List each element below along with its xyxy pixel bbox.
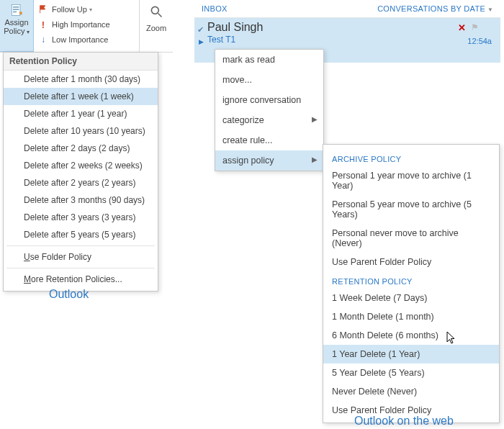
chevron-down-icon: ▼ — [487, 6, 493, 13]
assign-policy-label-1: Assign — [4, 18, 28, 27]
archive-policy-header: ARCHIVE POLICY — [323, 149, 499, 166]
archive-policy-item[interactable]: Personal 1 year move to archive (1 Year) — [323, 166, 499, 195]
message-time: 12:54a — [467, 37, 492, 45]
retention-policy-item[interactable]: 1 Week Delete (7 Days) — [323, 289, 499, 307]
svg-point-4 — [151, 6, 158, 14]
delete-icon[interactable]: ✕ — [458, 22, 466, 33]
assign-policy-submenu: ARCHIVE POLICY Personal 1 year move to a… — [323, 144, 500, 423]
retention-item[interactable]: Delete after 10 years (10 years) — [4, 122, 158, 140]
assign-policy-button[interactable]: Assign Policy ▾ — [0, 0, 34, 52]
outlook-panel: Assign Policy ▾ Follow Up ▾ ! High Impor… — [0, 0, 173, 53]
svg-rect-3 — [13, 12, 17, 13]
expand-icon[interactable]: ▶ — [199, 38, 204, 45]
retention-item[interactable]: Delete after 1 month (30 days) — [4, 71, 158, 88]
ribbon-mid-group: Follow Up ▾ ! High Importance ↓ Low Impo… — [34, 0, 140, 52]
flag-icon — [38, 4, 48, 14]
retention-item[interactable]: Delete after 2 days (2 days) — [4, 140, 158, 157]
menu-separator — [6, 268, 155, 268]
outlook-caption: Outlook — [49, 288, 89, 301]
message-subject: Test T1 — [207, 35, 493, 45]
chevron-down-icon: ▾ — [89, 6, 92, 13]
retention-policy-item[interactable]: 5 Year Delete (5 Years) — [323, 363, 499, 382]
zoom-button[interactable]: Zoom — [140, 0, 173, 52]
high-importance-button[interactable]: ! High Importance — [38, 18, 135, 31]
retention-policy-item[interactable]: Never Delete (Never) — [323, 382, 499, 401]
low-importance-button[interactable]: ↓ Low Importance — [38, 33, 135, 46]
svg-rect-2 — [13, 9, 19, 10]
archive-policy-item[interactable]: Personal 5 year move to archive (5 Years… — [323, 195, 499, 224]
archive-policy-item[interactable]: Personal never move to archive (Never) — [323, 224, 499, 253]
follow-up-button[interactable]: Follow Up ▾ — [38, 3, 135, 16]
retention-policy-menu: Retention Policy Delete after 1 month (3… — [3, 52, 158, 292]
svg-rect-1 — [13, 6, 19, 8]
zoom-icon — [149, 4, 163, 19]
retention-policy-header: Retention Policy — [4, 53, 158, 71]
retention-item[interactable]: Delete after 5 years (5 years) — [4, 226, 158, 243]
owa-caption: Outlook on the web — [354, 415, 454, 428]
assign-policy-label-2: Policy — [4, 27, 24, 35]
submenu-arrow-icon: ▶ — [312, 155, 318, 163]
low-importance-icon: ↓ — [38, 35, 48, 45]
retention-item[interactable]: Delete after 1 week (1 week) — [4, 88, 158, 105]
svg-line-5 — [158, 14, 162, 17]
context-menu-item[interactable]: assign policy▶ — [215, 150, 323, 171]
flag-icon[interactable]: ⚑ — [471, 22, 479, 32]
message-from: Paul Singh — [207, 21, 493, 34]
sort-button[interactable]: CONVERSATIONS BY DATE▼ — [377, 4, 493, 13]
archive-policy-item[interactable]: Use Parent Folder Policy — [323, 253, 499, 271]
retention-policy-item[interactable]: 1 Year Delete (1 Year) — [323, 345, 499, 363]
retention-item[interactable]: Delete after 3 years (3 years) — [4, 209, 158, 226]
assign-policy-icon — [9, 3, 24, 17]
use-folder-policy-item[interactable]: Use Folder Policy — [4, 248, 158, 266]
retention-policy-item[interactable]: 1 Month Delete (1 month) — [323, 307, 499, 326]
more-retention-policies-item[interactable]: More Retention Policies... — [4, 271, 158, 288]
menu-separator — [6, 245, 155, 246]
inbox-label[interactable]: INBOX — [202, 4, 228, 13]
retention-item[interactable]: Delete after 3 months (90 days) — [4, 191, 158, 209]
high-importance-icon: ! — [38, 19, 48, 30]
retention-item[interactable]: Delete after 2 years (2 years) — [4, 174, 158, 191]
retention-item[interactable]: Delete after 1 year (1 year) — [4, 105, 158, 122]
retention-policy-item[interactable]: 6 Month Delete (6 months) — [323, 326, 499, 345]
message-list-header: INBOX CONVERSATIONS BY DATE▼ — [194, 0, 500, 18]
context-menu-item[interactable]: move... — [215, 70, 323, 90]
chevron-down-icon: ▾ — [25, 29, 30, 35]
submenu-arrow-icon: ▶ — [312, 115, 318, 123]
check-icon: ✔ — [197, 25, 204, 35]
context-menu-item[interactable]: create rule... — [215, 130, 323, 150]
context-menu-item[interactable]: mark as read — [215, 50, 323, 70]
retention-policy-header: RETENTION POLICY — [323, 271, 499, 289]
context-menu-item[interactable]: ignore conversation — [215, 90, 323, 110]
context-menu: mark as readmove...ignore conversationca… — [215, 49, 324, 171]
ribbon: Assign Policy ▾ Follow Up ▾ ! High Impor… — [0, 0, 173, 53]
context-menu-item[interactable]: categorize▶ — [215, 110, 323, 130]
retention-item[interactable]: Delete after 2 weeks (2 weeks) — [4, 157, 158, 174]
